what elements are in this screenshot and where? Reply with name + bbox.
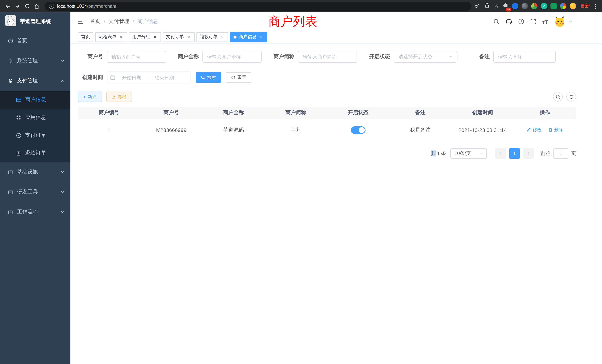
end-date-input[interactable] xyxy=(150,75,179,80)
caret-down-icon[interactable] xyxy=(569,20,572,23)
breadcrumb-home[interactable]: 首页 xyxy=(90,18,100,25)
url-path: /pay/merchant xyxy=(87,3,116,9)
table-header-row: 商户编号 商户号 商户全称 商户简称 开启状态 备注 创建时间 操作 xyxy=(78,107,576,119)
page-size-select[interactable]: 10条/页 xyxy=(450,148,487,159)
table-row: 1 M233666999 芋道源码 芋艿 我是备注 2021-10-23 08:… xyxy=(78,119,576,141)
font-size-icon[interactable]: TT xyxy=(542,18,548,25)
close-icon[interactable]: × xyxy=(259,34,264,40)
page-number-button[interactable]: 1 xyxy=(509,148,520,159)
close-icon[interactable]: × xyxy=(220,34,225,40)
reset-button[interactable]: 重置 xyxy=(226,72,251,83)
column-header-id: 商户编号 xyxy=(78,107,140,119)
header-search-icon[interactable] xyxy=(494,19,499,24)
full-name-label: 商户全称 xyxy=(173,53,199,60)
browser-forward-button[interactable] xyxy=(13,1,22,11)
date-range-separator: - xyxy=(146,75,150,80)
tab-home[interactable]: 首页 xyxy=(78,32,93,42)
breadcrumb-payment[interactable]: 支付管理 xyxy=(109,18,129,25)
close-icon[interactable]: × xyxy=(152,34,158,40)
tab-user-group[interactable]: 用户分组× xyxy=(129,32,161,42)
tab-label: 用户分组 xyxy=(132,34,150,40)
toggle-search-button[interactable] xyxy=(553,92,563,102)
edit-button[interactable]: 修改 xyxy=(527,127,542,133)
dashboard-icon xyxy=(7,38,13,43)
tab-pay-order[interactable]: 支付订单× xyxy=(163,32,195,42)
search-button[interactable]: 搜索 xyxy=(196,72,221,83)
browser-reload-button[interactable] xyxy=(22,1,32,11)
extension-pinwheel-icon[interactable] xyxy=(560,3,566,9)
browser-update-button[interactable]: 更新 xyxy=(580,3,590,9)
extensions-puzzle-icon[interactable]: 10 xyxy=(503,2,509,10)
delete-button[interactable]: 删除 xyxy=(548,127,563,133)
sidebar-item-infrastructure[interactable]: 基础设施 xyxy=(0,162,70,182)
column-header-short-name: 商户简称 xyxy=(265,107,327,119)
sidebar-item-system[interactable]: 系统管理 xyxy=(0,51,70,71)
tab-merchant-info[interactable]: 商户信息× xyxy=(230,32,267,42)
share-icon[interactable] xyxy=(485,3,490,10)
cell-id: 1 xyxy=(78,119,140,141)
search-form-row-1: 商户号 商户全称 商户简称 开启状态 请选择开启状态 xyxy=(78,51,576,63)
page-size-value: 10条/页 xyxy=(454,150,471,157)
bookmark-star-icon[interactable]: ☆ xyxy=(494,3,499,9)
prev-page-button[interactable] xyxy=(495,148,506,159)
github-icon[interactable] xyxy=(506,18,512,25)
full-name-input[interactable] xyxy=(202,51,262,63)
fullscreen-icon[interactable] xyxy=(531,19,536,24)
extension-check-icon[interactable]: ✓ xyxy=(541,3,547,9)
refresh-table-button[interactable] xyxy=(566,92,576,102)
cell-create-time: 2021-10-23 08:31:14 xyxy=(452,119,514,141)
sidebar-item-workflow[interactable]: 工作流程 xyxy=(0,202,70,222)
sidebar-item-pay-order[interactable]: 支付订单 xyxy=(0,126,70,144)
gear-icon xyxy=(7,58,13,64)
extension-gray-icon[interactable] xyxy=(522,3,528,9)
short-name-input[interactable] xyxy=(298,51,357,63)
sidebar-item-refund-order[interactable]: 退款订单 xyxy=(0,144,70,162)
breadcrumb-separator: / xyxy=(133,19,134,24)
sidebar-item-home[interactable]: 首页 xyxy=(0,31,70,51)
extension-blue-icon[interactable] xyxy=(512,3,518,9)
close-icon[interactable]: × xyxy=(186,34,191,40)
start-date-input[interactable] xyxy=(117,75,146,80)
extension-avatar-icon[interactable] xyxy=(531,3,538,9)
sidebar-item-app-info[interactable]: 应用信息 xyxy=(0,109,70,126)
delete-button-label: 删除 xyxy=(554,127,563,133)
extension-green-square-icon[interactable] xyxy=(550,3,557,9)
sidebar-item-payment[interactable]: ¥ 支付管理 xyxy=(0,71,70,91)
grid-icon xyxy=(16,115,22,120)
browser-home-button[interactable] xyxy=(32,1,42,11)
close-icon[interactable]: × xyxy=(119,34,124,40)
sidebar-item-label: 商户信息 xyxy=(25,96,46,103)
reload-icon xyxy=(24,3,30,9)
browser-menu-icon[interactable]: ⋮ xyxy=(593,3,598,10)
password-key-icon[interactable] xyxy=(475,3,480,10)
hamburger-icon[interactable] xyxy=(76,17,85,26)
sidebar-item-dev-tools[interactable]: 研发工具 xyxy=(0,182,70,202)
create-time-range-picker[interactable]: - xyxy=(107,72,191,83)
goto-page-input[interactable] xyxy=(553,148,568,159)
yen-icon: ¥ xyxy=(7,78,13,84)
export-button[interactable]: 导出 xyxy=(106,92,132,102)
next-page-button[interactable] xyxy=(523,148,534,159)
help-icon[interactable]: ? xyxy=(518,19,524,24)
toolbox-icon xyxy=(7,169,13,175)
browser-back-button[interactable] xyxy=(3,1,13,11)
app-logo[interactable]: 芋道管理系统 xyxy=(0,12,70,31)
address-bar[interactable]: i localhost:1024/pay/merchant xyxy=(44,2,472,11)
status-label: 开启状态 xyxy=(365,53,390,60)
chevron-down-icon xyxy=(449,55,453,59)
add-button[interactable]: + 新增 xyxy=(78,92,102,102)
page-info-icon[interactable]: i xyxy=(49,3,54,9)
user-avatar[interactable] xyxy=(554,16,565,27)
remark-input[interactable] xyxy=(493,51,556,63)
column-header-create-time: 创建时间 xyxy=(452,107,514,119)
status-select[interactable]: 请选择开启状态 xyxy=(394,51,457,63)
search-form-row-2: 创建时间 - 搜索 xyxy=(78,72,576,83)
extension-face-icon[interactable] xyxy=(570,3,576,9)
tab-refund-order[interactable]: 退款订单× xyxy=(196,32,228,42)
back-arrow-icon xyxy=(5,3,11,9)
status-toggle[interactable] xyxy=(351,126,366,134)
sidebar-item-merchant-info[interactable]: 商户信息 xyxy=(0,91,70,109)
tab-process-form[interactable]: 流程表单× xyxy=(95,32,127,42)
merchant-no-input[interactable] xyxy=(107,51,166,63)
active-tab-dot xyxy=(234,35,236,38)
